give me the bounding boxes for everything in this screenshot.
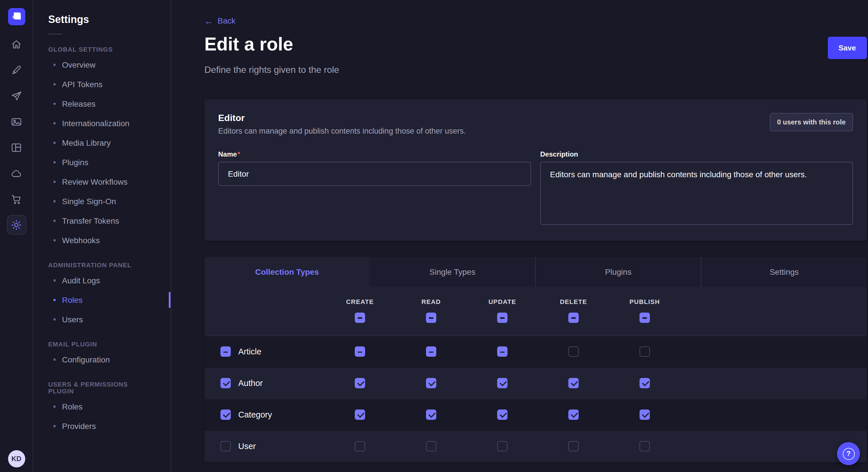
sidebar-item-review-workflows[interactable]: Review Workflows [33,172,170,192]
sidebar-item-webhooks[interactable]: Webhooks [33,231,170,250]
item-label: Releases [62,99,96,108]
media-icon[interactable] [7,112,26,131]
bullet-icon [53,299,56,301]
checkbox-user-update[interactable] [497,441,507,451]
checkbox-all-delete[interactable] [568,312,579,323]
name-input[interactable] [218,162,531,186]
avatar[interactable]: KD [8,450,25,467]
strapi-logo[interactable] [8,8,25,25]
active-indicator [169,292,170,308]
bullet-icon [53,83,56,86]
item-label: Configuration [62,355,110,364]
checkbox-category-read[interactable] [426,409,436,420]
sidebar-item-roles-up[interactable]: Roles [33,397,170,416]
permissions-table: CREATE READ UPDATE DELETE PUBLISH Articl… [205,286,867,462]
checkbox-row-category[interactable] [220,409,231,420]
name-field-group: Name* [218,150,531,227]
sidebar-item-users[interactable]: Users [33,310,170,329]
checkbox-article-read[interactable] [426,346,436,357]
checkbox-all-publish[interactable] [640,312,650,323]
help-button[interactable]: ? [837,442,860,465]
tab-collection-types[interactable]: Collection Types [205,257,370,286]
permissions-card: Collection Types Single Types Plugins Se… [205,257,867,462]
sidebar-item-plugins[interactable]: Plugins [33,153,170,172]
sidebar-title: Settings [48,14,170,26]
cloud-icon[interactable] [7,164,26,183]
item-label: Transfer Tokens [62,216,119,225]
sidebar-item-releases[interactable]: Releases [33,94,170,113]
description-input[interactable]: Editors can manage and publish contents … [540,162,853,225]
checkbox-article-update[interactable] [497,346,507,357]
item-label: Webhooks [62,236,100,245]
email-plugin-list: Configuration [33,350,170,369]
main-nav-rail: KD [0,0,33,472]
checkbox-all-read[interactable] [426,312,436,323]
home-icon[interactable] [7,34,26,54]
sidebar-item-single-sign-on[interactable]: Single Sign-On [33,192,170,211]
checkbox-article-create[interactable] [355,346,365,357]
settings-icon[interactable] [7,215,26,235]
checkbox-row-article[interactable] [220,346,231,357]
checkbox-row-author[interactable] [220,378,231,388]
column-header-update: UPDATE [489,298,516,305]
sidebar-item-internationalization[interactable]: Internationalization [33,113,170,133]
checkbox-article-delete[interactable] [568,346,579,357]
checkbox-user-read[interactable] [426,441,436,451]
checkbox-category-create[interactable] [355,409,365,420]
sidebar-item-audit-logs[interactable]: Audit Logs [33,271,170,290]
rail-icon-list [7,34,26,235]
cart-icon[interactable] [7,189,26,209]
question-icon: ? [842,448,855,460]
tab-plugins[interactable]: Plugins [535,257,701,286]
sidebar-item-roles-admin[interactable]: Roles [33,290,170,310]
checkbox-author-read[interactable] [426,378,436,388]
table-row-article: Article [205,336,867,367]
pen-icon[interactable] [7,60,26,80]
tab-single-types[interactable]: Single Types [370,257,535,286]
bullet-icon [53,425,56,427]
role-name-heading: Editor [218,113,466,123]
save-button[interactable]: Save [828,36,867,59]
checkbox-author-publish[interactable] [640,378,650,388]
sidebar-item-api-tokens[interactable]: API Tokens [33,74,170,94]
layout-icon[interactable] [7,138,26,157]
checkbox-user-create[interactable] [355,441,365,451]
main-content: ← Back Edit a role Save Define the right… [171,0,868,472]
column-header-read: READ [422,298,441,305]
sidebar-item-providers[interactable]: Providers [33,416,170,436]
row-label: User [238,442,256,451]
send-icon[interactable] [7,86,26,105]
bullet-icon [53,239,56,241]
sidebar-item-media-library[interactable]: Media Library [33,133,170,153]
column-header-create: CREATE [346,298,374,305]
tab-settings[interactable]: Settings [701,257,867,286]
sidebar-item-overview[interactable]: Overview [33,55,170,74]
item-label: API Tokens [62,80,102,89]
checkbox-category-update[interactable] [497,409,507,420]
checkbox-category-delete[interactable] [568,409,579,420]
description-field-group: Description Editors can manage and publi… [540,150,853,227]
section-email-plugin: EMAIL PLUGIN [48,341,156,347]
checkbox-article-publish[interactable] [640,346,650,357]
back-label: Back [218,16,236,25]
checkbox-category-publish[interactable] [640,409,650,420]
checkbox-author-update[interactable] [497,378,507,388]
page-title: Edit a role [205,34,293,54]
sidebar-item-transfer-tokens[interactable]: Transfer Tokens [33,211,170,231]
description-label: Description [540,150,853,158]
table-row-author: Author [205,367,867,399]
checkbox-row-user[interactable] [220,441,231,451]
table-row-category: Category [205,399,867,430]
column-header-delete: DELETE [560,298,587,305]
checkbox-author-create[interactable] [355,378,365,388]
settings-sidebar: Settings GLOBAL SETTINGS Overview API To… [33,0,171,472]
row-label: Author [238,378,262,388]
sidebar-item-configuration[interactable]: Configuration [33,350,170,369]
checkbox-user-publish[interactable] [640,441,650,451]
checkbox-all-update[interactable] [497,312,507,323]
item-label: Providers [62,422,96,431]
back-link[interactable]: ← Back [205,16,236,25]
checkbox-user-delete[interactable] [568,441,579,451]
checkbox-all-create[interactable] [355,312,365,323]
checkbox-author-delete[interactable] [568,378,579,388]
